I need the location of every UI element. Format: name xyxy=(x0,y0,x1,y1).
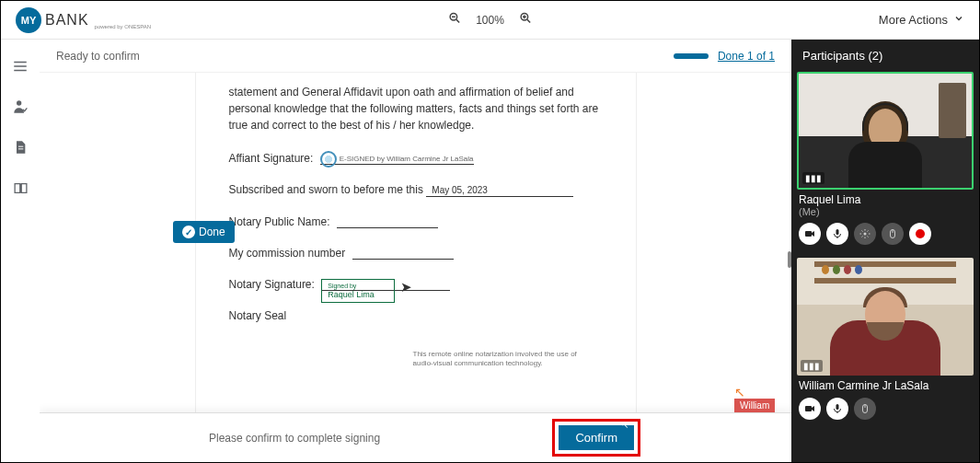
svg-marker-15 xyxy=(812,231,814,237)
participant-self: ▮▮▮ Raquel Lima (Me) xyxy=(791,72,979,250)
document-viewport: statement and General Affidavit upon oat… xyxy=(40,73,791,412)
confirm-button-label: Confirm xyxy=(575,431,617,445)
camera-button[interactable] xyxy=(799,223,821,245)
doc-intro: statement and General Affidavit upon oat… xyxy=(229,84,603,133)
svg-point-17 xyxy=(864,233,867,236)
remote-cursor-name: William xyxy=(734,399,775,412)
commission-row: My commission number xyxy=(229,247,603,260)
participants-panel: Participants (2) ▮▮▮ Raquel Lima (Me) xyxy=(791,40,979,462)
affiant-signature-field: E-SIGNED by William Carmine Jr LaSala xyxy=(320,153,474,165)
progress-indicator xyxy=(674,53,709,59)
signal-icon: ▮▮▮ xyxy=(802,172,824,184)
esigned-stamp: E-SIGNED by William Carmine Jr LaSala xyxy=(320,151,474,168)
check-icon: ✓ xyxy=(182,226,195,238)
top-header: MY BANK powered by ONESPAN 100% More Act… xyxy=(1,1,979,40)
settings-button[interactable] xyxy=(854,223,876,245)
confirm-bar: Please confirm to complete signing Confi… xyxy=(40,412,791,462)
more-actions-label: More Actions xyxy=(879,13,948,27)
zoom-controls: 100% xyxy=(447,11,533,29)
svg-rect-20 xyxy=(805,406,812,411)
svg-line-1 xyxy=(456,19,459,22)
participant-guest-video[interactable]: ▮▮▮ xyxy=(797,258,974,376)
affiant-label: Affiant Signature: xyxy=(229,152,314,165)
notary-seal-row: Notary Seal xyxy=(229,309,603,322)
participant-self-sub: (Me) xyxy=(797,206,974,217)
signal-icon: ▮▮▮ xyxy=(801,360,823,372)
status-text: Ready to confirm xyxy=(56,50,140,63)
chevron-down-icon xyxy=(953,13,964,27)
done-link[interactable]: Done 1 of 1 xyxy=(718,50,775,63)
sworn-label: Subscribed and sworn to before me this xyxy=(229,183,423,196)
cursor-arrow-icon: ↖ xyxy=(734,389,775,396)
signature-box[interactable]: Signed by Raquel Lima xyxy=(321,279,395,303)
participant-guest: ▮▮▮ William Carmine Jr LaSala xyxy=(791,258,979,425)
record-button[interactable] xyxy=(909,223,931,245)
notary-sig-field: Signed by Raquel Lima ➤ xyxy=(321,279,450,291)
zoom-value: 100% xyxy=(476,14,504,27)
content-area: Ready to confirm Done 1 of 1 ✓ Done stat… xyxy=(40,40,791,462)
app-logo: MY BANK powered by ONESPAN xyxy=(16,7,151,33)
left-rail xyxy=(1,40,40,462)
svg-marker-21 xyxy=(812,406,814,411)
confirm-button[interactable]: Confirm ↖ xyxy=(559,425,634,450)
menu-icon[interactable] xyxy=(12,58,29,75)
notary-name-label: Notary Public Name: xyxy=(229,215,330,228)
sig-box-name: Raquel Lima xyxy=(328,290,375,299)
document-icon[interactable] xyxy=(12,139,29,156)
participant-guest-controls xyxy=(797,398,974,420)
status-bar: Ready to confirm Done 1 of 1 xyxy=(40,40,791,73)
notary-signature-row: Notary Signature: Signed by Raquel Lima … xyxy=(229,278,603,291)
participant-self-controls xyxy=(797,223,974,245)
mouse-button[interactable] xyxy=(882,223,904,245)
signer-icon[interactable] xyxy=(12,98,29,115)
panel-resize-handle[interactable] xyxy=(788,251,791,268)
confirm-highlight: Confirm ↖ xyxy=(552,419,640,457)
mic-button[interactable] xyxy=(826,398,848,420)
done-badge[interactable]: ✓ Done xyxy=(173,221,235,243)
svg-line-4 xyxy=(527,19,530,22)
svg-point-10 xyxy=(17,100,21,105)
document-page: statement and General Affidavit upon oat… xyxy=(195,73,637,412)
sig-box-top: Signed by xyxy=(328,283,356,289)
svg-rect-16 xyxy=(836,229,839,235)
notary-name-field[interactable] xyxy=(337,216,438,228)
logo-text: BANK xyxy=(45,12,89,29)
more-actions-menu[interactable]: More Actions xyxy=(879,13,964,27)
commission-field[interactable] xyxy=(352,248,454,260)
remote-cursor: ↖ William xyxy=(734,389,775,412)
logo-badge: MY xyxy=(16,7,41,33)
mouse-button[interactable] xyxy=(854,398,876,420)
affiant-signature-row: Affiant Signature: E-SIGNED by William C… xyxy=(229,152,603,165)
mic-button[interactable] xyxy=(826,223,848,245)
book-icon[interactable] xyxy=(12,179,29,196)
sworn-date-field: May 05, 2023 xyxy=(426,185,573,197)
notary-sig-label: Notary Signature: xyxy=(229,278,315,291)
svg-rect-12 xyxy=(18,148,23,149)
logo-subtext: powered by ONESPAN xyxy=(95,24,152,29)
notary-seal-label: Notary Seal xyxy=(229,309,287,322)
doc-footnote: This remote online notarization involved… xyxy=(413,350,597,367)
participant-self-video[interactable]: ▮▮▮ xyxy=(797,72,974,190)
participants-title: Participants (2) xyxy=(791,40,979,72)
cursor-icon: ↖ xyxy=(621,420,628,430)
camera-button[interactable] xyxy=(799,398,821,420)
done-badge-label: Done xyxy=(199,226,225,238)
signature-arrow-icon: ➤ xyxy=(400,279,412,295)
zoom-in-icon[interactable] xyxy=(519,11,533,29)
zoom-out-icon[interactable] xyxy=(447,11,461,29)
sworn-row: Subscribed and sworn to before me this M… xyxy=(229,183,603,197)
notary-name-row: Notary Public Name: xyxy=(229,215,603,228)
svg-rect-11 xyxy=(18,146,23,147)
confirm-message: Please confirm to complete signing xyxy=(209,432,380,445)
commission-label: My commission number xyxy=(229,247,346,260)
participant-guest-name: William Carmine Jr LaSala xyxy=(797,379,974,392)
svg-rect-22 xyxy=(836,404,839,410)
svg-rect-14 xyxy=(805,231,812,237)
participant-self-name: Raquel Lima xyxy=(797,193,974,206)
main-wrapper: Ready to confirm Done 1 of 1 ✓ Done stat… xyxy=(1,40,979,462)
